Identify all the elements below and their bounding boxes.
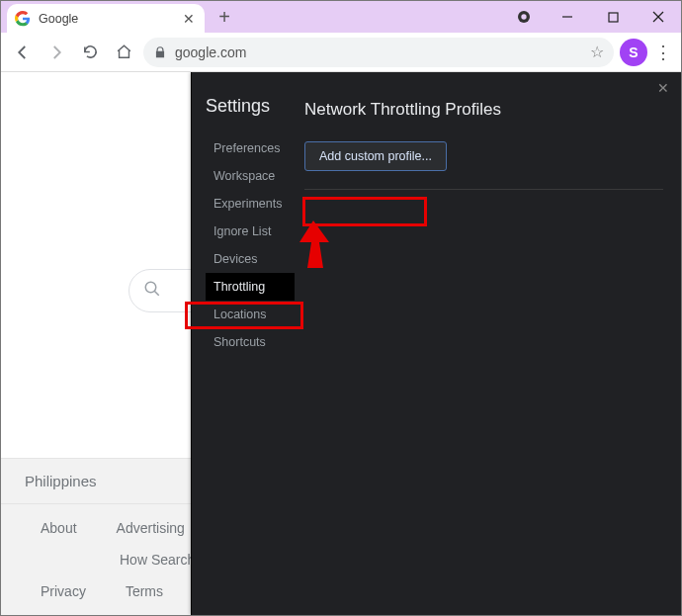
sidebar-item-throttling[interactable]: Throttling [206, 273, 295, 301]
url-text: google.com [175, 44, 582, 60]
devtools-pane: Network Throttling Profiles Add custom p… [304, 72, 681, 615]
sidebar-item-preferences[interactable]: Preferences [206, 134, 295, 162]
sidebar-item-devices[interactable]: Devices [206, 245, 295, 273]
minimize-button[interactable] [545, 1, 590, 33]
browser-menu-icon[interactable]: ⋮ [653, 42, 673, 63]
add-custom-profile-button[interactable]: Add custom profile... [304, 141, 447, 171]
devtools-close-icon[interactable]: ✕ [657, 80, 669, 96]
pane-divider [304, 189, 663, 190]
sidebar-item-experiments[interactable]: Experiments [206, 190, 295, 218]
tab-close-icon[interactable]: ✕ [183, 11, 195, 27]
profile-avatar[interactable]: S [620, 39, 647, 66]
devtools-title: Settings [206, 96, 295, 117]
sidebar-item-workspace[interactable]: Workspace [206, 162, 295, 190]
tab-title: Google [39, 12, 175, 26]
footer-link-privacy[interactable]: Privacy [41, 583, 86, 599]
content-area: Gmail Google Search [1, 72, 681, 615]
forward-button[interactable] [43, 39, 70, 66]
footer-link-terms[interactable]: Terms [126, 583, 163, 599]
titlebar: Google ✕ + [1, 1, 681, 33]
maximize-button[interactable] [590, 1, 636, 33]
svg-point-6 [145, 282, 156, 293]
sidebar-item-ignorelist[interactable]: Ignore List [206, 218, 295, 245]
devtools-panel: ✕ Settings Preferences Workspace Experim… [191, 72, 681, 615]
reload-button[interactable] [76, 39, 104, 66]
svg-rect-3 [609, 13, 618, 22]
back-button[interactable] [9, 39, 37, 66]
url-box[interactable]: google.com ☆ [143, 38, 614, 67]
footer-link-howsearch[interactable]: How Search [120, 552, 195, 568]
address-bar: google.com ☆ S ⋮ [1, 33, 681, 72]
home-button[interactable] [110, 39, 137, 66]
search-icon [143, 280, 161, 302]
pane-title: Network Throttling Profiles [304, 100, 663, 120]
google-favicon-icon [15, 11, 31, 27]
bookmark-star-icon[interactable]: ☆ [590, 43, 604, 61]
sidebar-item-locations[interactable]: Locations [206, 301, 295, 328]
devtools-sidebar: Settings Preferences Workspace Experimen… [192, 72, 304, 615]
close-window-button[interactable] [636, 1, 681, 33]
sidebar-item-shortcuts[interactable]: Shortcuts [206, 328, 295, 356]
svg-line-7 [154, 291, 159, 296]
window-controls [513, 1, 681, 33]
browser-tab[interactable]: Google ✕ [7, 4, 205, 33]
footer-link-about[interactable]: About [41, 520, 77, 536]
lock-icon [153, 45, 167, 59]
footer-link-advertising[interactable]: Advertising [117, 520, 185, 536]
new-tab-button[interactable]: + [211, 1, 238, 33]
svg-point-1 [521, 14, 526, 19]
incognito-icon[interactable] [513, 1, 535, 33]
